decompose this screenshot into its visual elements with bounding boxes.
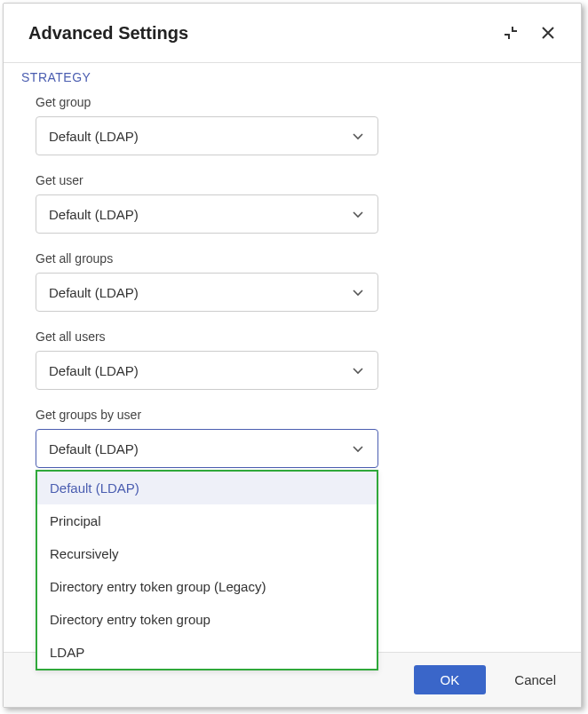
get-group-select[interactable]: Default (LDAP) — [36, 116, 378, 155]
dropdown-option-legacy-token-group[interactable]: Directory entry token group (Legacy) — [37, 570, 377, 603]
get-all-groups-label: Get all groups — [36, 251, 549, 266]
field-get-all-users: Get all users Default (LDAP) — [36, 329, 549, 390]
ok-button[interactable]: OK — [414, 665, 487, 694]
chevron-down-icon — [351, 207, 365, 221]
get-groups-by-user-wrapper: Default (LDAP) Default (LDAP) Principal … — [36, 429, 378, 468]
get-groups-by-user-select[interactable]: Default (LDAP) — [36, 429, 378, 468]
close-button[interactable] — [536, 21, 560, 44]
field-get-all-groups: Get all groups Default (LDAP) — [36, 251, 549, 312]
chevron-down-icon — [351, 441, 365, 456]
chevron-down-icon — [351, 363, 365, 377]
field-get-user: Get user Default (LDAP) — [36, 173, 549, 234]
get-groups-by-user-value: Default (LDAP) — [49, 441, 139, 456]
chevron-down-icon — [351, 285, 365, 299]
get-groups-by-user-dropdown: Default (LDAP) Principal Recursively Dir… — [36, 470, 378, 670]
get-all-users-select[interactable]: Default (LDAP) — [36, 351, 378, 390]
dialog-title: Advanced Settings — [28, 23, 188, 44]
get-groups-by-user-label: Get groups by user — [36, 408, 549, 422]
section-strategy-label: STRATEGY — [21, 70, 563, 84]
get-all-users-label: Get all users — [36, 329, 549, 344]
dialog-body: STRATEGY Get group Default (LDAP) Get us… — [4, 63, 581, 652]
header-actions — [499, 21, 560, 44]
get-user-value: Default (LDAP) — [49, 207, 139, 222]
dropdown-option-default-ldap[interactable]: Default (LDAP) — [37, 472, 377, 504]
get-all-users-value: Default (LDAP) — [49, 363, 139, 378]
dropdown-option-token-group[interactable]: Directory entry token group — [37, 603, 377, 636]
get-user-select[interactable]: Default (LDAP) — [36, 194, 378, 234]
cancel-button[interactable]: Cancel — [511, 665, 560, 694]
get-all-groups-value: Default (LDAP) — [49, 285, 139, 300]
collapse-icon — [503, 25, 519, 41]
field-get-group: Get group Default (LDAP) — [36, 95, 549, 155]
get-all-groups-select[interactable]: Default (LDAP) — [36, 273, 378, 312]
chevron-down-icon — [351, 129, 365, 143]
get-group-value: Default (LDAP) — [49, 129, 139, 144]
dropdown-option-recursively[interactable]: Recursively — [37, 537, 377, 570]
dropdown-option-ldap[interactable]: LDAP — [37, 636, 377, 669]
dialog-header: Advanced Settings — [4, 4, 581, 63]
get-group-label: Get group — [36, 95, 549, 109]
close-icon — [540, 25, 556, 41]
field-get-groups-by-user: Get groups by user Default (LDAP) Defaul… — [36, 408, 549, 468]
get-user-label: Get user — [36, 173, 549, 187]
collapse-button[interactable] — [499, 21, 522, 44]
advanced-settings-dialog: Advanced Settings STRATEGY Get group Def… — [3, 3, 582, 708]
dropdown-option-principal[interactable]: Principal — [37, 504, 377, 537]
